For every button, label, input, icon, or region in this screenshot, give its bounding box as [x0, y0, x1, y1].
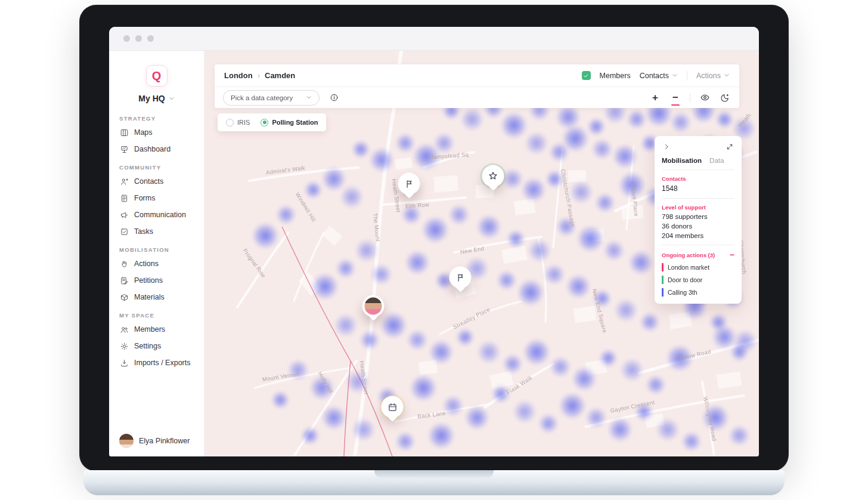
- members-filter-label[interactable]: Members: [600, 72, 631, 80]
- zoom-out-button[interactable]: −: [669, 92, 681, 104]
- contacts-stat-label: Contacts: [662, 175, 734, 182]
- heat-dot: [517, 279, 544, 305]
- sidebar-item-label: Contacts: [134, 177, 163, 186]
- heat-dot: [608, 418, 632, 442]
- heat-dot: [501, 112, 527, 138]
- user-avatar: [119, 434, 134, 448]
- zoom-in-button[interactable]: +: [649, 92, 661, 104]
- sidebar-item-dashboard[interactable]: Dashboard: [119, 144, 204, 154]
- chevron-down-icon: [672, 72, 678, 80]
- sidebar-item-label: Communication: [134, 211, 186, 219]
- heat-dot: [443, 396, 463, 416]
- heat-dot: [252, 223, 278, 249]
- star-icon: [488, 171, 499, 182]
- heat-dot: [305, 181, 322, 199]
- heat-dot: [562, 125, 588, 152]
- window-maximize-button[interactable]: [147, 35, 154, 42]
- heat-dot: [615, 299, 637, 322]
- ongoing-actions: Ongoing actions (3) − London market Door…: [662, 251, 734, 297]
- support-line-supporters: 798 supporters: [662, 213, 734, 220]
- heat-dot: [407, 330, 427, 350]
- tab-mobilisation[interactable]: Mobilisation: [662, 157, 702, 164]
- map-header: London › Camden Members Contacts: [215, 64, 739, 108]
- sidebar-item-materials[interactable]: Materials: [119, 292, 204, 302]
- data-category-dropdown[interactable]: Pick a data category: [223, 90, 320, 106]
- window-close-button[interactable]: [123, 35, 130, 42]
- breadcrumb-london[interactable]: London: [224, 71, 253, 80]
- clipboard-check-icon: [119, 227, 129, 236]
- ongoing-item[interactable]: Door to door: [662, 276, 734, 284]
- map-pin-star[interactable]: [482, 165, 504, 187]
- heat-dot: [522, 178, 545, 202]
- collapse-panel-button[interactable]: [662, 142, 671, 152]
- heat-dot: [544, 264, 565, 285]
- crescent-icon[interactable]: [719, 92, 731, 104]
- heat-dot: [513, 400, 536, 423]
- map-pin-flag[interactable]: [398, 173, 420, 195]
- sidebar-item-forms[interactable]: Forms: [119, 193, 204, 203]
- heat-dot: [380, 312, 407, 338]
- document-pen-icon: [119, 276, 129, 285]
- breadcrumb: London › Camden: [224, 71, 295, 80]
- collapse-section-button[interactable]: −: [730, 251, 734, 259]
- sidebar-item-communication[interactable]: Communication: [119, 210, 204, 220]
- radio-icon: [226, 119, 234, 126]
- sidebar-item-contacts[interactable]: Contacts: [119, 177, 204, 186]
- heat-dot: [396, 134, 415, 153]
- heat-dot: [570, 181, 593, 203]
- sidebar-item-members[interactable]: Members: [119, 325, 204, 334]
- map-pin-calendar[interactable]: [382, 396, 404, 418]
- layer-option-iris[interactable]: IRIS: [226, 119, 250, 126]
- map-pin-flag[interactable]: [450, 267, 472, 289]
- workspace-label: My HQ: [138, 94, 165, 103]
- heat-dot: [457, 329, 474, 346]
- heat-dot: [523, 339, 550, 365]
- sidebar-item-maps[interactable]: Maps: [119, 128, 204, 137]
- contacts-stat-value: 1548: [662, 184, 734, 193]
- sidebar-item-imports-exports[interactable]: Imports / Exports: [119, 358, 204, 368]
- contacts-dropdown[interactable]: Contacts: [640, 72, 678, 80]
- browser-window: Q My HQ STRATEGY Maps: [109, 27, 759, 456]
- workspace-switcher[interactable]: My HQ: [138, 93, 174, 104]
- heat-dot: [572, 367, 596, 391]
- sidebar-nav: STRATEGY Maps Dashboard COMMUNITY: [109, 105, 204, 434]
- map-canvas[interactable]: TerraceAdmiral's WalkWindmill HillHampst…: [204, 51, 759, 456]
- radio-selected-icon: [261, 119, 268, 126]
- user-profile[interactable]: Elya Pinkflower: [109, 434, 204, 448]
- hand-icon: [119, 259, 129, 268]
- heat-dot: [596, 193, 615, 212]
- ongoing-item[interactable]: Calling 3th: [662, 288, 734, 297]
- heat-dot: [507, 230, 525, 248]
- heat-dot: [592, 139, 612, 159]
- eye-icon[interactable]: [699, 92, 711, 104]
- tab-data[interactable]: Data: [709, 157, 724, 164]
- sidebar-item-actions[interactable]: Actions: [119, 259, 204, 268]
- map-pin-avatar[interactable]: [362, 295, 385, 317]
- heat-dot: [340, 186, 363, 208]
- layer-option-polling-station[interactable]: Polling Station: [261, 119, 318, 126]
- actions-dropdown[interactable]: Actions: [696, 72, 730, 80]
- app-logo[interactable]: Q: [146, 65, 168, 87]
- expand-icon[interactable]: [725, 142, 734, 152]
- window-minimize-button[interactable]: [135, 35, 142, 42]
- data-category-placeholder: Pick a data category: [231, 94, 293, 101]
- ongoing-item[interactable]: London market: [662, 263, 734, 271]
- heat-dot: [428, 422, 454, 449]
- heat-dot: [396, 432, 415, 451]
- sidebar-item-label: Tasks: [134, 227, 153, 236]
- heat-dot: [322, 167, 346, 191]
- heat-dot: [621, 359, 643, 381]
- divider: [687, 71, 687, 81]
- support-line-donors: 36 donors: [662, 223, 734, 230]
- panel-tabs: Mobilisation Data: [662, 157, 734, 170]
- sidebar-item-label: Settings: [134, 342, 161, 350]
- sidebar-item-tasks[interactable]: Tasks: [119, 227, 204, 236]
- sidebar-item-settings[interactable]: Settings: [119, 341, 204, 351]
- info-icon[interactable]: [328, 92, 340, 104]
- breadcrumb-camden[interactable]: Camden: [265, 71, 295, 80]
- heat-dot: [465, 406, 489, 430]
- heat-dot: [288, 360, 308, 380]
- sidebar-item-petitions[interactable]: Petitions: [119, 276, 204, 285]
- heat-dot: [503, 354, 522, 374]
- members-checkbox[interactable]: [582, 71, 591, 80]
